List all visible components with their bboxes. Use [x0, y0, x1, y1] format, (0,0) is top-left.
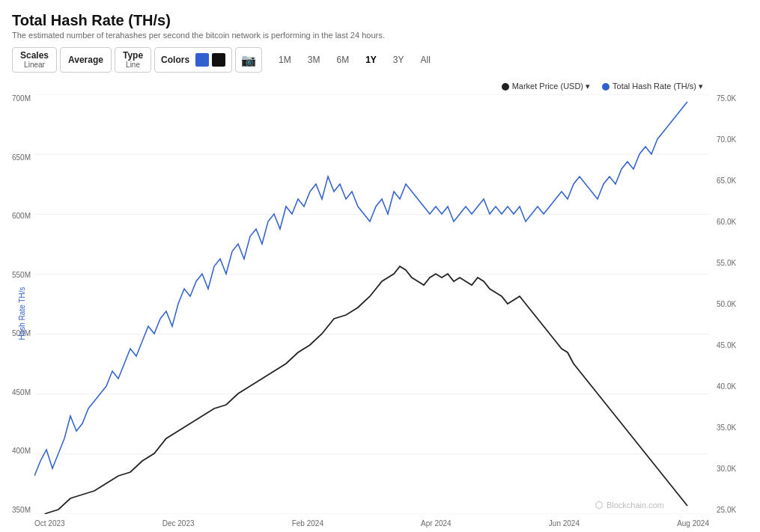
svg-marker-8 [596, 501, 602, 509]
y-tick-35k: 35.0K [712, 424, 748, 432]
y-tick-75k: 75.0K [712, 94, 748, 103]
x-tick-feb: Feb 2024 [292, 519, 323, 528]
y-tick-40k: 40.0K [712, 382, 748, 391]
watermark: Blockchain.com [595, 501, 664, 510]
scales-button[interactable]: Scales Linear [13, 47, 56, 73]
y-axis-right: 75.0K 70.0K 65.0K 60.0K 55.0K 50.0K 45.0… [709, 94, 748, 532]
y-tick-50k: 50.0K [712, 300, 748, 308]
average-button[interactable]: Average [60, 47, 112, 73]
y-tick-60k: 60.0K [712, 218, 748, 226]
y-tick-30k: 30.0K [712, 465, 748, 473]
x-tick-dec: Dec 2023 [162, 519, 195, 528]
type-button[interactable]: Type Line [115, 47, 151, 73]
page-container: Total Hash Rate (TH/s) The estimated num… [0, 0, 760, 532]
legend-market-price: Market Price (USD) ▾ [502, 82, 590, 91]
x-tick-oct: Oct 2023 [34, 519, 65, 528]
time-buttons: 1M 3M 6M 1Y 3Y All [271, 52, 438, 68]
y-tick-700m: 700M [12, 94, 34, 103]
time-btn-3y[interactable]: 3Y [386, 52, 412, 68]
legend-hash-rate: Total Hash Rate (TH/s) ▾ [602, 82, 703, 91]
y-tick-70k: 70.0K [712, 135, 748, 144]
legend-hash-label: Total Hash Rate (TH/s) ▾ [612, 82, 703, 91]
legend-dot-hash [602, 83, 609, 91]
camera-icon: 📷 [241, 53, 256, 67]
colors-group[interactable]: Colors [154, 47, 232, 73]
color-box-black[interactable] [212, 53, 225, 67]
time-btn-1y[interactable]: 1Y [358, 52, 384, 68]
y-tick-350m: 350M [12, 506, 34, 514]
chart-main: Oct 2023 Dec 2023 Feb 2024 Apr 2024 Jun … [34, 94, 709, 532]
y-tick-400m: 400M [12, 447, 34, 455]
page-title: Total Hash Rate (TH/s) [12, 12, 748, 29]
y-tick-65k: 65.0K [712, 177, 748, 185]
y-axis-left: Hash Rate TH/s 700M 650M 600M 550M 500M … [12, 94, 34, 532]
time-btn-all[interactable]: All [413, 52, 438, 68]
x-tick-aug: Aug 2024 [677, 519, 709, 528]
watermark-text: Blockchain.com [607, 501, 664, 510]
toolbar: Scales Linear Average Type Line Colors 📷… [12, 47, 748, 73]
type-group[interactable]: Type Line [115, 47, 151, 73]
page-subtitle: The estimated number of terahashes per s… [12, 31, 748, 40]
legend: Market Price (USD) ▾ Total Hash Rate (TH… [12, 82, 748, 91]
chart-inner [34, 94, 709, 514]
legend-dot-market [502, 83, 509, 91]
color-box-blue[interactable] [195, 53, 209, 67]
y-tick-650m: 650M [12, 153, 34, 162]
y-tick-45k: 45.0K [712, 341, 748, 349]
y-tick-25k: 25.0K [712, 506, 748, 514]
x-tick-apr: Apr 2024 [421, 519, 452, 528]
x-tick-jun: Jun 2024 [549, 519, 580, 528]
time-btn-6m[interactable]: 6M [329, 52, 356, 68]
y-axis-left-label: Hash Rate TH/s [18, 287, 26, 340]
y-tick-550m: 550M [12, 271, 34, 279]
x-axis: Oct 2023 Dec 2023 Feb 2024 Apr 2024 Jun … [34, 514, 709, 532]
y-tick-55k: 55.0K [712, 259, 748, 267]
chart-area: Hash Rate TH/s 700M 650M 600M 550M 500M … [12, 94, 748, 532]
time-btn-3m[interactable]: 3M [300, 52, 328, 68]
blockchain-icon [595, 501, 604, 510]
legend-market-label: Market Price (USD) ▾ [512, 82, 590, 91]
chart-svg [34, 94, 709, 514]
scales-group[interactable]: Scales Linear [12, 47, 57, 73]
screenshot-button[interactable]: 📷 [235, 47, 262, 73]
y-tick-450m: 450M [12, 388, 34, 397]
y-tick-600m: 600M [12, 212, 34, 220]
time-btn-1m[interactable]: 1M [271, 52, 299, 68]
